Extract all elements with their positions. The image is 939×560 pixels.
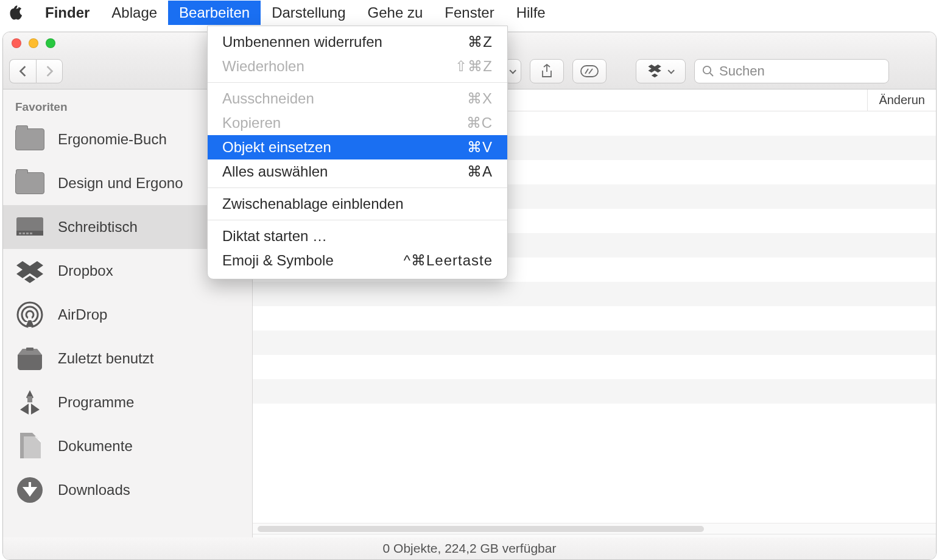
search-field[interactable]: Suchen <box>694 59 889 83</box>
svg-rect-7 <box>30 233 32 234</box>
edit-menu-dropdown: Umbenennen widerrufen⌘ZWiederholen⇧⌘ZAus… <box>207 26 508 279</box>
sidebar-item[interactable]: Programme <box>3 380 252 424</box>
apps-icon <box>14 387 46 418</box>
chevron-down-icon <box>509 68 516 75</box>
nav-buttons <box>9 59 63 83</box>
chevron-down-icon <box>667 68 675 75</box>
sidebar-item-label: Programme <box>58 394 134 411</box>
menu-bar: Finder Ablage Bearbeiten Darstellung Geh… <box>0 0 939 26</box>
forward-button[interactable] <box>36 59 63 83</box>
menu-item-shortcut: ⌘X <box>467 90 493 107</box>
sidebar-item-label: Zuletzt benutzt <box>58 350 153 367</box>
sidebar-item-label: Schreibtisch <box>58 219 138 236</box>
menu-item-shortcut: ⌘A <box>467 163 493 180</box>
sidebar-item-label: Ergonomie-Buch <box>58 131 167 148</box>
menu-separator <box>208 220 507 220</box>
menu-item-shortcut: ⌘V <box>467 139 493 156</box>
menu-item-shortcut: ⌘Z <box>468 33 493 51</box>
sidebar-item-label: Dropbox <box>58 262 113 279</box>
menu-item: Ausschneiden⌘X <box>208 86 507 111</box>
folder-icon <box>14 167 46 199</box>
sidebar-item[interactable]: AirDrop <box>3 293 252 337</box>
menu-item[interactable]: Umbenennen widerrufen⌘Z <box>208 30 507 54</box>
tags-button[interactable] <box>572 59 607 83</box>
window-controls <box>12 37 55 48</box>
menu-item: Wiederholen⇧⌘Z <box>208 54 507 79</box>
menu-item-label: Kopieren <box>222 114 466 131</box>
menu-item[interactable]: Alles auswählen⌘A <box>208 159 507 184</box>
sidebar-item-label: Design und Ergono <box>58 175 183 192</box>
menu-edit[interactable]: Bearbeiten <box>168 1 261 25</box>
menu-separator <box>208 187 507 188</box>
menu-item-label: Wiederholen <box>222 58 455 75</box>
menu-item[interactable]: Zwischenablage einblenden <box>208 192 507 216</box>
menu-item-shortcut: ⇧⌘Z <box>455 58 493 75</box>
menu-item-label: Diktat starten … <box>222 228 493 245</box>
sidebar-item-label: AirDrop <box>58 306 107 323</box>
menu-item-shortcut: ^⌘Leertaste <box>404 252 493 269</box>
status-text: 0 Objekte, 224,2 GB verfügbar <box>383 541 557 556</box>
apple-menu-icon[interactable] <box>9 6 22 19</box>
dropbox-icon <box>648 65 664 78</box>
sidebar-item[interactable]: Downloads <box>3 468 252 512</box>
desktop-icon <box>14 211 46 243</box>
menu-item-label: Umbenennen widerrufen <box>222 33 468 51</box>
sidebar-item-label: Downloads <box>58 481 130 499</box>
dropbox-toolbar-button[interactable] <box>636 59 686 83</box>
menu-item-label: Alles auswählen <box>222 163 467 180</box>
column-modified[interactable]: Änderun <box>867 89 925 111</box>
menu-item-label: Emoji & Symbole <box>222 252 404 269</box>
downloads-icon <box>14 474 46 506</box>
sidebar-item-label: Dokumente <box>58 438 133 455</box>
minimize-button[interactable] <box>29 38 38 48</box>
menu-item-label: Ausschneiden <box>222 90 467 107</box>
svg-rect-0 <box>581 66 598 77</box>
search-icon <box>702 65 714 77</box>
svg-rect-12 <box>26 348 33 351</box>
search-placeholder: Suchen <box>719 63 765 79</box>
menu-item-label: Zwischenablage einblenden <box>222 195 493 212</box>
share-button[interactable] <box>530 59 564 83</box>
menu-item[interactable]: Objekt einsetzen⌘V <box>208 135 507 159</box>
svg-rect-5 <box>23 233 25 234</box>
menu-item-label: Objekt einsetzen <box>222 139 467 156</box>
sidebar-item[interactable]: Dokumente <box>3 424 252 468</box>
zoom-button[interactable] <box>46 38 55 48</box>
menu-view[interactable]: Darstellung <box>261 1 356 25</box>
menu-item[interactable]: Emoji & Symbole^⌘Leertaste <box>208 248 507 273</box>
menu-app-name[interactable]: Finder <box>34 1 100 25</box>
menu-item: Kopieren⌘C <box>208 111 507 135</box>
menu-item-shortcut: ⌘C <box>466 114 493 131</box>
menu-go[interactable]: Gehe zu <box>357 1 434 25</box>
close-button[interactable] <box>12 38 21 48</box>
svg-rect-6 <box>26 233 29 234</box>
status-bar: 0 Objekte, 224,2 GB verfügbar <box>3 537 936 559</box>
svg-point-11 <box>28 317 32 320</box>
documents-icon <box>14 430 46 462</box>
menu-separator <box>208 82 507 83</box>
recents-icon <box>14 343 46 374</box>
menu-file[interactable]: Ablage <box>100 1 168 25</box>
dropbox-icon <box>14 255 46 287</box>
folder-icon <box>14 124 46 155</box>
menu-item[interactable]: Diktat starten … <box>208 224 507 248</box>
svg-rect-4 <box>19 233 21 234</box>
sidebar-item[interactable]: Zuletzt benutzt <box>3 337 252 380</box>
svg-point-1 <box>703 66 711 73</box>
menu-help[interactable]: Hilfe <box>505 1 557 25</box>
horizontal-scrollbar[interactable] <box>253 523 936 534</box>
airdrop-icon <box>14 299 46 331</box>
back-button[interactable] <box>9 59 36 83</box>
menu-window[interactable]: Fenster <box>434 1 505 25</box>
svg-rect-13 <box>27 396 32 402</box>
